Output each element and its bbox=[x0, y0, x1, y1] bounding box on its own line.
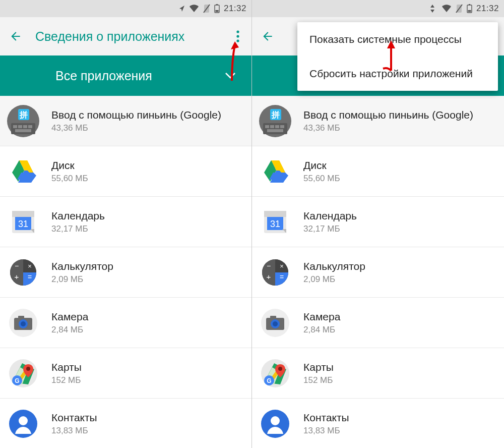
app-row[interactable]: Калькулятор2,09 МБ bbox=[252, 247, 504, 298]
apps-filter-header[interactable]: Все приложения bbox=[0, 55, 251, 96]
battery-icon bbox=[467, 4, 472, 13]
no-sim-icon bbox=[203, 4, 210, 13]
phone-right: 21:32 Ввод с помощью пиньинь (Google)43,… bbox=[252, 0, 504, 448]
wifi-icon bbox=[189, 5, 199, 13]
app-row[interactable]: Ввод с помощью пиньинь (Google)43,36 МБ bbox=[0, 96, 251, 146]
apps-filter-label: Все приложения bbox=[55, 69, 152, 83]
app-size: 2,84 МБ bbox=[303, 325, 340, 335]
app-name: Контакты bbox=[51, 412, 97, 424]
app-size: 13,83 МБ bbox=[303, 426, 349, 436]
no-sim-icon bbox=[456, 4, 463, 13]
app-name: Калькулятор bbox=[303, 260, 365, 272]
app-size: 43,36 МБ bbox=[303, 123, 473, 133]
app-name: Контакты bbox=[303, 412, 349, 424]
app-icon-drive bbox=[259, 155, 291, 188]
svg-point-44 bbox=[236, 30, 239, 33]
back-button[interactable] bbox=[261, 30, 274, 43]
sort-icon bbox=[430, 5, 437, 13]
app-icon-calculator bbox=[7, 256, 39, 289]
app-size: 43,36 МБ bbox=[51, 123, 221, 133]
app-size: 2,09 МБ bbox=[303, 274, 365, 285]
svg-marker-48 bbox=[430, 5, 434, 8]
app-name: Календарь bbox=[303, 210, 357, 222]
appbar-title: Сведения о приложениях bbox=[35, 29, 220, 44]
app-row[interactable]: Диск55,60 МБ bbox=[0, 146, 251, 197]
app-icon-camera bbox=[7, 307, 39, 339]
back-button[interactable] bbox=[9, 30, 22, 43]
svg-rect-54 bbox=[468, 10, 471, 12]
app-row[interactable]: Камера2,84 МБ bbox=[0, 298, 251, 348]
app-size: 55,60 МБ bbox=[51, 174, 88, 184]
app-icon-contacts bbox=[7, 408, 39, 440]
app-row[interactable]: Калькулятор2,09 МБ bbox=[0, 247, 251, 298]
status-time: 21:32 bbox=[224, 4, 246, 14]
overflow-menu-popup: Показать системные процессы Сбросить нас… bbox=[297, 22, 498, 91]
menu-show-system[interactable]: Показать системные процессы bbox=[297, 22, 498, 57]
wifi-icon bbox=[442, 5, 452, 13]
app-row[interactable]: Камера2,84 МБ bbox=[252, 298, 504, 348]
app-row[interactable]: Карты152 МБ bbox=[0, 348, 251, 399]
menu-reset-prefs[interactable]: Сбросить настройки приложений bbox=[297, 57, 498, 91]
svg-marker-49 bbox=[430, 10, 434, 13]
app-row[interactable]: Карты152 МБ bbox=[252, 348, 504, 399]
app-name: Диск bbox=[51, 159, 88, 172]
app-icon-calendar bbox=[7, 206, 39, 238]
app-name: Диск bbox=[303, 159, 340, 172]
chevron-down-icon bbox=[223, 69, 237, 83]
app-list: Ввод с помощью пиньинь (Google)43,36 МБ … bbox=[0, 96, 251, 448]
app-row[interactable]: Контакты13,83 МБ bbox=[252, 399, 504, 448]
app-icon-camera bbox=[259, 307, 291, 339]
app-name: Калькулятор bbox=[51, 260, 113, 272]
app-name: Камера bbox=[303, 311, 340, 323]
svg-marker-38 bbox=[179, 6, 184, 12]
app-icon-contacts bbox=[259, 408, 291, 440]
app-bar: Сведения о приложениях bbox=[0, 17, 251, 55]
app-name: Ввод с помощью пиньинь (Google) bbox=[303, 109, 473, 121]
app-size: 55,60 МБ bbox=[303, 174, 340, 184]
app-icon-calculator bbox=[259, 256, 291, 289]
app-size: 32,17 МБ bbox=[51, 224, 105, 234]
app-name: Карты bbox=[51, 361, 82, 373]
app-size: 13,83 МБ bbox=[51, 426, 97, 436]
app-icon-pinyin bbox=[259, 105, 291, 137]
app-list: Ввод с помощью пиньинь (Google)43,36 МБ … bbox=[252, 96, 504, 448]
app-icon-calendar bbox=[259, 206, 291, 238]
phone-left: 21:32 Сведения о приложениях Все приложе… bbox=[0, 0, 252, 448]
svg-point-46 bbox=[236, 39, 239, 42]
status-bar: 21:32 bbox=[0, 0, 251, 17]
app-name: Календарь bbox=[51, 210, 105, 222]
app-size: 32,17 МБ bbox=[303, 224, 357, 234]
battery-icon bbox=[214, 4, 220, 13]
app-icon-pinyin bbox=[7, 105, 39, 137]
status-time: 21:32 bbox=[476, 4, 499, 14]
app-row[interactable]: Контакты13,83 МБ bbox=[0, 399, 251, 448]
app-size: 2,84 МБ bbox=[51, 325, 88, 335]
app-size: 152 МБ bbox=[303, 375, 334, 385]
app-icon-maps bbox=[7, 357, 39, 389]
app-row[interactable]: Ввод с помощью пиньинь (Google)43,36 МБ bbox=[252, 96, 504, 146]
app-size: 2,09 МБ bbox=[51, 274, 113, 285]
app-size: 152 МБ bbox=[51, 375, 82, 385]
app-row[interactable]: Календарь32,17 МБ bbox=[252, 197, 504, 247]
app-icon-drive bbox=[7, 155, 39, 188]
app-name: Камера bbox=[51, 311, 88, 323]
app-row[interactable]: Календарь32,17 МБ bbox=[0, 197, 251, 247]
svg-rect-43 bbox=[215, 10, 218, 12]
app-name: Ввод с помощью пиньинь (Google) bbox=[51, 109, 221, 121]
svg-point-45 bbox=[236, 35, 239, 37]
status-bar: 21:32 bbox=[252, 0, 504, 17]
svg-rect-42 bbox=[216, 4, 218, 5]
svg-rect-53 bbox=[469, 4, 470, 5]
app-name: Карты bbox=[303, 361, 334, 373]
location-icon bbox=[179, 5, 185, 12]
app-icon-maps bbox=[259, 357, 291, 389]
overflow-menu-button[interactable] bbox=[233, 27, 242, 45]
app-row[interactable]: Диск55,60 МБ bbox=[252, 146, 504, 197]
